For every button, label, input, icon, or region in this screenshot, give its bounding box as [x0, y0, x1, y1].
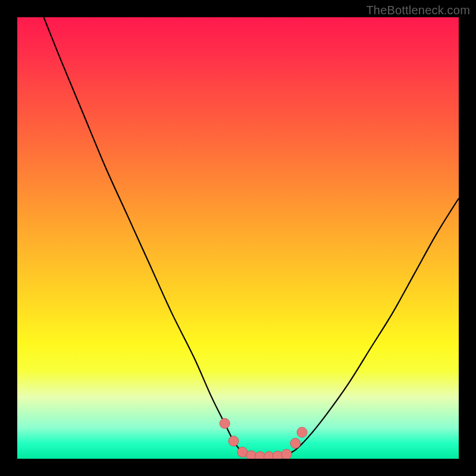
marker-dot — [220, 418, 230, 428]
marker-layer — [17, 17, 459, 459]
marker-dot — [264, 452, 274, 459]
marker-dot — [281, 449, 292, 459]
marker-dot — [290, 439, 300, 449]
marker-dot — [297, 427, 307, 437]
marker-group — [220, 418, 307, 459]
marker-dot — [246, 450, 256, 459]
marker-dot — [228, 436, 239, 446]
watermark-label: TheBottleneck.com — [366, 4, 470, 17]
marker-dot — [255, 452, 265, 459]
